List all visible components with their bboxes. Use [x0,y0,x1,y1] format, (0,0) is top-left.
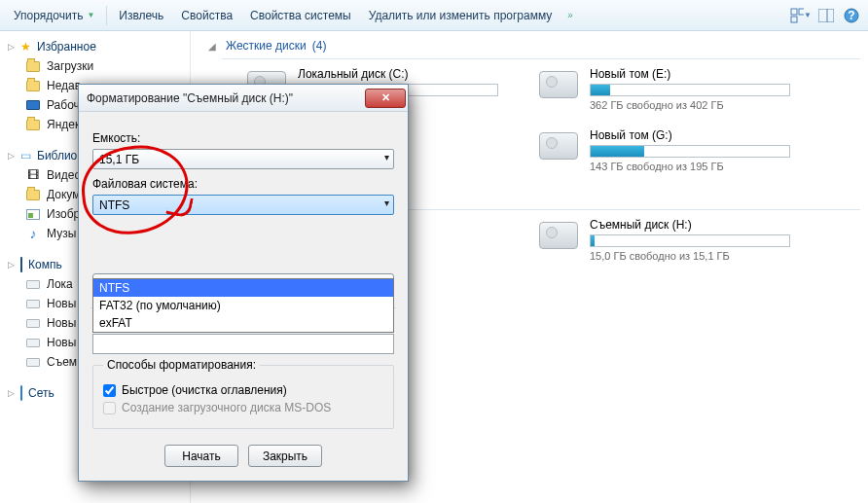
hdd-icon [537,128,580,163]
capacity-combo[interactable]: 15,1 ГБ [92,149,394,169]
disk-h[interactable]: Съемный диск (H:) 15,0 ГБ свободно из 15… [537,218,790,262]
filesystem-label: Файловая система: [92,177,394,191]
preview-pane-icon[interactable] [815,5,837,26]
explorer-toolbar: Упорядочить▼ Извлечь Свойства Свойства с… [0,0,868,31]
fs-option-ntfs[interactable]: NTFS [93,279,393,297]
system-properties-button[interactable]: Свойства системы [242,5,359,26]
disk-e[interactable]: Новый том (E:) 362 ГБ свободно из 402 ГБ [537,67,790,111]
disk-name: Локальный диск (C:) [298,67,498,84]
organize-menu[interactable]: Упорядочить▼ [6,5,102,26]
disk-name: Новый том (E:) [590,67,790,84]
svg-rect-0 [791,9,797,15]
start-button[interactable]: Начать [164,445,238,467]
format-dialog: Форматирование "Съемный диск (H:)" ✕ Емк… [78,84,409,482]
capacity-bar [590,145,790,158]
disk-g[interactable]: Новый том (G:) 143 ГБ свободно из 195 ГБ [537,128,790,172]
hdd-section-header[interactable]: ◢Жесткие диски (4) [199,35,860,56]
volume-label-input[interactable] [92,334,394,354]
format-options-group: Способы форматирования: Быстрое (очистка… [92,358,394,429]
disk-free-text: 362 ГБ свободно из 402 ГБ [590,99,790,111]
format-options-legend: Способы форматирования: [103,358,260,372]
disk-name: Новый том (G:) [590,128,790,145]
disk-free-text: 15,0 ГБ свободно из 15,1 ГБ [590,250,790,262]
svg-rect-2 [791,17,797,22]
svg-rect-3 [818,9,834,22]
filesystem-combo[interactable]: NTFS [92,195,394,215]
fs-option-fat32[interactable]: FAT32 (по умолчанию) [93,297,393,314]
filesystem-dropdown: NTFS FAT32 (по умолчанию) exFAT [92,278,394,333]
disk-free-text: 143 ГБ свободно из 195 ГБ [590,161,790,172]
capacity-label: Емкость: [92,131,394,145]
extract-button[interactable]: Извлечь [111,5,171,26]
dialog-title: Форматирование "Съемный диск (H:)" [87,91,365,105]
quick-format-checkbox[interactable]: Быстрое (очистка оглавления) [103,383,383,397]
svg-text:?: ? [848,9,854,22]
capacity-bar [590,84,790,96]
capacity-bar [590,234,790,247]
help-icon[interactable]: ? [841,5,862,26]
view-options-icon[interactable]: ▼ [790,5,812,26]
disk-name: Съемный диск (H:) [590,218,790,234]
close-dialog-button[interactable]: Закрыть [248,445,322,467]
uninstall-button[interactable]: Удалить или изменить программу [361,5,561,26]
dialog-titlebar[interactable]: Форматирование "Съемный диск (H:)" ✕ [79,85,408,112]
removable-icon [537,218,580,253]
sidebar-item-downloads[interactable]: Загрузки [4,56,190,76]
favorites-header[interactable]: ▷★Избранное [4,37,190,56]
properties-button[interactable]: Свойства [173,5,240,26]
msdos-boot-checkbox: Создание загрузочного диска MS-DOS [103,401,383,414]
fs-option-exfat[interactable]: exFAT [93,314,393,332]
toolbar-overflow[interactable]: » [561,10,579,20]
hdd-icon [537,67,580,102]
close-button[interactable]: ✕ [365,89,406,108]
